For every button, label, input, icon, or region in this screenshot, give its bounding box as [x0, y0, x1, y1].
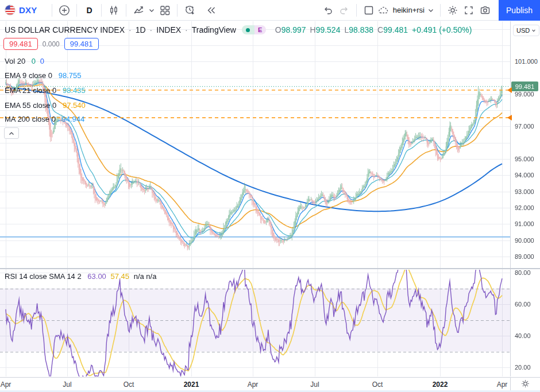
indicator-ema21[interactable]: EMA 21 close 0 98.435 — [5, 86, 86, 95]
create-alert-button[interactable] — [182, 2, 198, 18]
symbol-legend[interactable]: US DOLLAR CURRENCY INDEX·1D·INDEX·Tradin… — [5, 25, 472, 34]
time-axis-label: Apr — [1, 381, 11, 389]
legend-provider: TradingView — [192, 25, 236, 34]
time-axis-label: Oct — [372, 381, 383, 389]
last-price-badge: 99.481 — [511, 81, 538, 91]
layout-name[interactable]: heikin+rsi — [393, 6, 425, 14]
symbol-name: DXY — [19, 5, 37, 15]
undo-button[interactable] — [320, 2, 336, 18]
data-status-segment — [242, 25, 254, 34]
publish-button[interactable]: Publish — [499, 0, 540, 21]
bar-replay-button[interactable] — [203, 2, 219, 18]
chart-style-button[interactable] — [130, 2, 146, 18]
time-axis-label: Jul — [310, 381, 319, 389]
indicator-ma200[interactable]: MA 200 close 0 94.944 — [5, 115, 84, 123]
extended-hours-badge: E — [254, 25, 266, 34]
candlestick-icon — [108, 5, 119, 16]
ema21-label: EMA 21 close 0 — [5, 86, 56, 95]
time-axis-label: Jul — [63, 381, 71, 389]
rsi-axis-label: 80.00 — [515, 269, 531, 276]
time-axis-label: 2021 — [184, 381, 199, 389]
rsi-sma-value: 57.45 — [110, 272, 129, 281]
rsi-axis-label: 20.00 — [515, 364, 531, 371]
camera-icon — [479, 5, 491, 16]
spread-value: 0.000 — [43, 40, 60, 48]
time-axis-label: Oct — [124, 381, 134, 389]
ema9-value: 98.755 — [59, 71, 82, 80]
rsi-na-values: n/a n/a — [134, 272, 157, 281]
interval-button[interactable]: D — [81, 2, 97, 18]
chevron-down-icon — [427, 7, 434, 14]
tradingview-window: DXY D — [0, 0, 540, 392]
market-status-badge[interactable]: E — [242, 25, 266, 34]
indicator-rsi[interactable]: RSI 14 close SMA 14 2 63.00 57.45 n/a n/… — [5, 272, 156, 281]
interval-label: D — [86, 6, 92, 15]
symbol-search-button[interactable]: DXY — [5, 2, 37, 18]
chart-properties-button[interactable] — [445, 2, 461, 18]
legend-interval: 1D — [136, 25, 146, 34]
price-axis-label: 89.000 — [515, 253, 534, 260]
toolbar-divider — [177, 4, 178, 17]
rsi-axis-label: 60.00 — [515, 301, 531, 308]
alert-marker-icon[interactable] — [507, 87, 512, 93]
grid-squares-icon — [159, 5, 171, 16]
sell-button[interactable]: 99.481 — [3, 38, 38, 50]
layout-select-button[interactable] — [361, 2, 377, 18]
trade-panel: 99.481 0.000 99.481 — [3, 38, 99, 50]
toolbar-divider — [76, 4, 77, 17]
indicator-volume[interactable]: Vol 20 0 0 — [5, 57, 44, 65]
alarm-clock-plus-icon — [184, 4, 196, 16]
top-toolbar: DXY D — [0, 0, 540, 21]
price-axis-label: 93.000 — [515, 188, 534, 195]
price-axis-label: 91.000 — [515, 220, 534, 227]
chart-pane: US DOLLAR CURRENCY INDEX·1D·INDEX·Tradin… — [0, 21, 510, 377]
price-axis-label: 99.000 — [515, 91, 534, 98]
ma200-label: MA 200 close 0 — [5, 115, 56, 123]
time-axis-label: 2022 — [433, 381, 448, 389]
legend-title: US DOLLAR CURRENCY INDEX — [5, 25, 125, 34]
snapshot-button[interactable] — [477, 2, 493, 18]
toolbar-divider — [440, 4, 441, 17]
ma200-value: 94.944 — [62, 115, 85, 123]
cloud-icon — [377, 5, 390, 16]
price-axis-label: 95.000 — [515, 156, 534, 162]
rsi-value: 63.00 — [87, 272, 106, 281]
price-axis-label: 101.000 — [515, 58, 538, 65]
alert-marker-icon[interactable] — [507, 115, 512, 121]
single-layout-icon — [363, 5, 375, 16]
compare-add-symbol-button[interactable] — [56, 2, 72, 18]
currency-selector[interactable]: USD — [513, 25, 539, 36]
toolbar-divider — [356, 4, 357, 17]
indicators-button[interactable] — [157, 2, 173, 18]
fullscreen-button[interactable] — [461, 2, 477, 18]
ohlc-values: O98.997H99.524L98.838C99.481+0.491 (+0.5… — [275, 25, 472, 34]
price-axis-label: 97.000 — [515, 123, 534, 130]
ema21-value: 98.435 — [63, 86, 86, 95]
time-axis-label: Apr — [248, 381, 259, 389]
chevron-up-icon — [9, 128, 14, 138]
redo-arrow-icon — [338, 5, 350, 16]
indicator-ema55[interactable]: EMA 55 close 0 97.540 — [5, 101, 86, 110]
pane-separator[interactable] — [0, 268, 540, 269]
toolbar-divider — [101, 4, 102, 17]
area-chart-icon — [133, 4, 145, 16]
bar-style-button[interactable] — [106, 2, 122, 18]
price-axis-label: 92.000 — [515, 204, 534, 211]
volume-label: Vol 20 — [5, 57, 25, 65]
axis-settings-sun-icon — [520, 379, 530, 391]
ema9-label: EMA 9 close 0 — [5, 71, 52, 80]
chart-style-menu-button[interactable] — [146, 2, 157, 18]
collapse-indicators-button[interactable] — [4, 127, 19, 139]
layout-menu-button[interactable] — [426, 2, 436, 18]
toolbar-divider — [52, 4, 52, 17]
cloud-save-button[interactable] — [377, 2, 391, 18]
currency-label: USD — [516, 27, 530, 34]
buy-button[interactable]: 99.481 — [64, 38, 99, 50]
volume-up-value: 0 — [32, 57, 36, 65]
price-axis[interactable]: USD 99.481 101.00099.00097.00095.00094.0… — [510, 21, 540, 377]
ema55-label: EMA 55 close 0 — [5, 101, 56, 110]
ema55-value: 97.540 — [63, 101, 86, 110]
rsi-label: RSI 14 close SMA 14 2 — [5, 272, 82, 281]
indicator-ema9[interactable]: EMA 9 close 0 98.755 — [5, 71, 82, 80]
redo-button[interactable] — [336, 2, 352, 18]
